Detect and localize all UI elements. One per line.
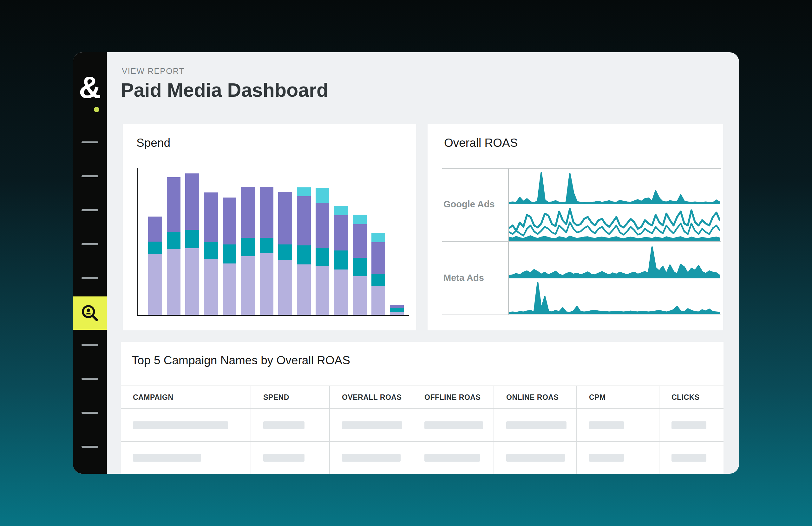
sidebar-nav-item[interactable] [82, 446, 98, 448]
segment-bottom-lavender [260, 253, 274, 315]
column-header-offline-roas: OFFLINE ROAS [412, 386, 494, 408]
placeholder-pill [263, 454, 304, 462]
sidebar-nav-item[interactable] [82, 412, 98, 414]
segment-teal [204, 242, 218, 259]
segment-bottom-lavender [167, 249, 181, 315]
column-header-cpm: CPM [576, 386, 659, 408]
spend-bar [260, 187, 274, 315]
gridline [442, 168, 721, 169]
table-cell [250, 409, 329, 441]
overall-roas-panel: Overall ROAS Google Ads Meta Ads [427, 123, 723, 331]
segment-bottom-lavender [353, 276, 367, 315]
sidebar: & [73, 52, 107, 474]
segment-top-cyan [297, 187, 311, 196]
segment-teal [372, 274, 386, 286]
segment-teal [260, 238, 274, 253]
spend-bar [185, 173, 199, 315]
segment-top-cyan [353, 215, 367, 224]
meta-ads-sparkline-1 [509, 245, 720, 278]
segment-purple [372, 242, 386, 274]
spend-bars [148, 168, 404, 315]
spend-bar [167, 177, 181, 315]
placeholder-pill [589, 454, 624, 462]
person-search-icon [80, 304, 100, 323]
breadcrumb: VIEW REPORT [122, 66, 185, 76]
spend-bar [316, 188, 330, 315]
sidebar-item-active[interactable] [73, 296, 107, 330]
placeholder-pill [133, 454, 201, 462]
google-ads-sparkline-2 [509, 208, 720, 240]
segment-purple [353, 224, 367, 258]
column-header-campaign: CAMPAIGN [121, 386, 250, 408]
sidebar-nav-item[interactable] [82, 209, 98, 211]
segment-bottom-lavender [334, 269, 348, 315]
segment-top-cyan [316, 188, 330, 203]
table-row [121, 441, 724, 474]
table-cell [494, 442, 576, 474]
segment-purple [316, 203, 330, 248]
segment-teal [334, 250, 348, 269]
placeholder-pill [506, 454, 565, 462]
placeholder-pill [506, 421, 566, 429]
table-cell [121, 442, 250, 474]
column-header-clicks: CLICKS [659, 386, 724, 408]
sidebar-nav-item[interactable] [82, 243, 98, 245]
table-cell [329, 409, 412, 441]
row-label-google-ads: Google Ads [444, 199, 505, 209]
segment-bottom-lavender [297, 264, 311, 315]
segment-top-cyan [372, 233, 386, 242]
column-header-spend: SPEND [250, 386, 329, 408]
ampersand-logo[interactable]: & [73, 72, 107, 103]
table-cell [659, 442, 724, 474]
sidebar-nav-item[interactable] [82, 344, 98, 346]
segment-teal [297, 245, 311, 264]
placeholder-pill [424, 421, 483, 429]
logo-glyph: & [79, 70, 101, 105]
sidebar-nav-item[interactable] [82, 277, 98, 279]
segment-purple [167, 177, 181, 232]
gridline [442, 241, 721, 242]
logo-dot [94, 107, 99, 112]
spend-bar [204, 192, 218, 315]
spend-bar-chart [137, 168, 409, 316]
campaigns-table: CAMPAIGNSPENDOVERALL ROASOFFLINE ROASONL… [121, 385, 724, 474]
placeholder-pill [671, 454, 706, 462]
table-cell [121, 409, 250, 441]
segment-purple [185, 173, 199, 230]
spend-bar [353, 215, 367, 315]
segment-teal [167, 232, 181, 249]
segment-purple [297, 196, 311, 245]
segment-purple [204, 192, 218, 242]
placeholder-pill [589, 421, 624, 429]
roas-title: Overall ROAS [444, 136, 518, 150]
segment-teal [241, 238, 255, 256]
segment-bottom-lavender [204, 259, 218, 315]
table-title: Top 5 Campaign Names by Overall ROAS [132, 354, 350, 367]
table-cell [659, 409, 724, 441]
segment-purple [241, 187, 255, 238]
placeholder-pill [263, 421, 304, 429]
segment-teal [185, 230, 199, 248]
table-cell [412, 442, 494, 474]
column-header-online-roas: ONLINE ROAS [494, 386, 576, 408]
sidebar-nav-item[interactable] [82, 378, 98, 380]
placeholder-pill [133, 421, 228, 429]
dashboard-window: & VIEW REPORT Paid Media Dashboard Spend [73, 52, 739, 474]
table-row [121, 409, 724, 441]
segment-top-cyan [334, 206, 348, 215]
main-content: VIEW REPORT Paid Media Dashboard Spend O… [107, 52, 739, 474]
spend-panel: Spend [123, 123, 416, 331]
segment-purple [390, 305, 404, 308]
segment-teal [390, 308, 404, 312]
sidebar-nav-item[interactable] [82, 175, 98, 177]
desktop-background: & VIEW REPORT Paid Media Dashboard Spend [0, 0, 812, 526]
spend-bar [334, 206, 348, 315]
segment-bottom-lavender [278, 260, 292, 315]
gridline [442, 315, 721, 315]
segment-bottom-lavender [223, 263, 237, 315]
sidebar-nav-item[interactable] [82, 142, 98, 143]
placeholder-pill [342, 421, 402, 429]
placeholder-pill [424, 454, 480, 462]
spend-bar [241, 187, 255, 315]
spend-bar [390, 305, 404, 315]
